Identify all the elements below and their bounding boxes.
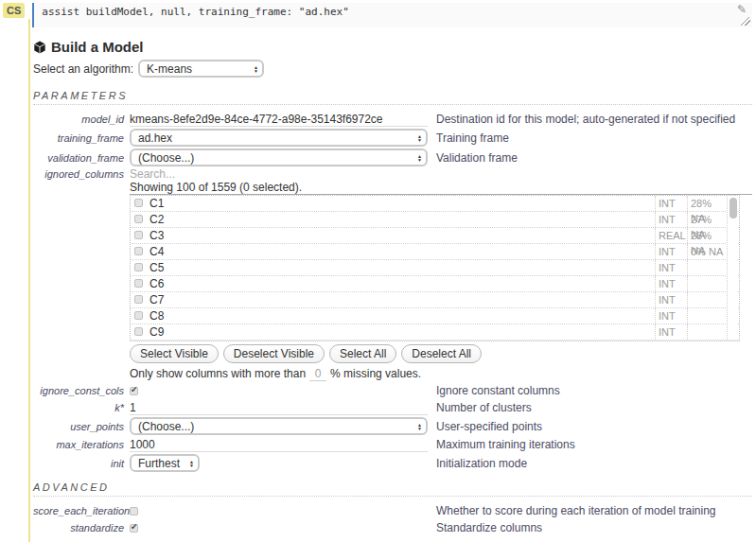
init-select[interactable]: Furthest ▲▼ bbox=[130, 454, 200, 472]
column-na-percent bbox=[687, 292, 727, 307]
column-na-percent: 28% NA bbox=[687, 228, 727, 243]
filter-suffix: % missing values. bbox=[330, 367, 421, 380]
model-id-label: model_id bbox=[33, 114, 130, 125]
deselect-all-button[interactable]: Deselect All bbox=[401, 344, 482, 363]
selection-buttons: Select VisibleDeselect VisibleSelect All… bbox=[130, 344, 752, 363]
ignore-const-cols-row: ignore_const_cols Ignore constant column… bbox=[33, 383, 752, 398]
column-checkbox[interactable] bbox=[134, 199, 143, 207]
standardize-checkbox[interactable] bbox=[130, 524, 138, 533]
model-id-input[interactable]: kmeans-8efe2d9e-84ce-4772-a98e-35143f697… bbox=[130, 113, 428, 127]
user-points-label: user_points bbox=[33, 421, 130, 432]
column-name: C5 bbox=[143, 260, 655, 275]
column-checkbox[interactable] bbox=[134, 295, 143, 304]
column-name: C1 bbox=[143, 196, 655, 211]
column-na-percent bbox=[687, 308, 727, 323]
max-iterations-description: Maximum training iterations bbox=[436, 438, 575, 451]
column-search-input[interactable]: Search... bbox=[130, 168, 752, 181]
code-cell[interactable]: assist buildModel, null, training_frame:… bbox=[32, 3, 752, 27]
user-points-select[interactable]: (Choose...) ▲▼ bbox=[130, 417, 428, 435]
select-visible-button[interactable]: Select Visible bbox=[130, 344, 219, 363]
filter-prefix: Only show columns with more than bbox=[130, 367, 306, 380]
column-na-percent: 27% NA bbox=[687, 212, 727, 227]
validation-frame-row: validation_frame (Choose...) ▲▼ Validati… bbox=[33, 149, 752, 166]
column-list[interactable]: C1 INT 28% NA C2 INT 27% NA C3 REAL 28% … bbox=[130, 195, 740, 341]
resize-grip-icon[interactable] bbox=[741, 17, 750, 26]
init-row: init Furthest ▲▼ Initialization mode bbox=[33, 454, 752, 472]
select-arrows-icon: ▲▼ bbox=[189, 460, 194, 467]
column-type: INT bbox=[655, 341, 687, 341]
missing-filter-row: Only show columns with more than 0 % mis… bbox=[130, 367, 752, 381]
column-type: INT bbox=[655, 212, 687, 227]
column-checkbox[interactable] bbox=[134, 327, 143, 336]
k-label: k* bbox=[33, 402, 130, 413]
select-arrows-icon: ▲▼ bbox=[417, 423, 422, 430]
missing-percent-input[interactable]: 0 bbox=[309, 367, 326, 381]
column-row[interactable]: C8 INT bbox=[131, 308, 739, 324]
flow-notebook: CS assist buildModel, null, training_fra… bbox=[0, 0, 756, 542]
validation-frame-select[interactable]: (Choose...) ▲▼ bbox=[130, 149, 428, 166]
column-na-percent: 0% NA bbox=[687, 244, 727, 259]
validation-frame-description: Validation frame bbox=[436, 151, 518, 165]
max-iterations-row: max_iterations 1000 Maximum training ite… bbox=[33, 437, 752, 452]
score-each-iteration-description: Whether to score during each iteration o… bbox=[436, 504, 716, 517]
column-row[interactable]: C3 REAL 28% NA bbox=[131, 228, 739, 244]
column-checkbox[interactable] bbox=[134, 311, 143, 320]
column-type: INT bbox=[655, 308, 687, 323]
section-parameters: PARAMETERS bbox=[33, 90, 752, 105]
ignore-const-cols-label: ignore_const_cols bbox=[33, 385, 130, 396]
column-na-percent bbox=[687, 341, 727, 341]
cell-type-badge[interactable]: CS bbox=[3, 3, 25, 18]
column-name: C10 bbox=[143, 341, 655, 341]
column-name: C3 bbox=[143, 228, 655, 243]
notebook-cell: CS assist buildModel, null, training_fra… bbox=[0, 0, 756, 30]
training-frame-select[interactable]: ad.hex ▲▼ bbox=[130, 129, 428, 147]
column-row[interactable]: C4 INT 0% NA bbox=[131, 244, 739, 260]
column-checkbox[interactable] bbox=[134, 263, 143, 271]
select-arrows-icon: ▲▼ bbox=[417, 154, 422, 162]
column-type: REAL bbox=[655, 228, 687, 243]
column-row[interactable]: C5 INT bbox=[131, 260, 739, 276]
section-advanced: ADVANCED bbox=[33, 481, 752, 497]
score-each-iteration-checkbox[interactable] bbox=[130, 507, 138, 516]
build-model-form: Build a Model Select an algorithm: K-mea… bbox=[33, 39, 756, 542]
init-description: Initialization mode bbox=[436, 457, 527, 470]
max-iterations-input[interactable]: 1000 bbox=[130, 438, 428, 452]
k-input[interactable]: 1 bbox=[130, 401, 428, 415]
model-id-description: Destination id for this model; auto-gene… bbox=[436, 113, 735, 126]
column-na-percent: 28% NA bbox=[687, 196, 727, 211]
column-type: INT bbox=[655, 244, 687, 259]
algorithm-label: Select an algorithm: bbox=[33, 62, 133, 76]
column-checkbox[interactable] bbox=[134, 247, 143, 255]
pencil-icon[interactable]: ✎ bbox=[737, 3, 747, 16]
column-checkbox[interactable] bbox=[134, 279, 143, 288]
column-name: C7 bbox=[143, 292, 655, 307]
page-title: Build a Model bbox=[33, 39, 752, 55]
column-checkbox[interactable] bbox=[134, 231, 143, 239]
model-id-row: model_id kmeans-8efe2d9e-84ce-4772-a98e-… bbox=[33, 112, 752, 127]
code-input[interactable]: assist buildModel, null, training_frame:… bbox=[42, 6, 735, 18]
column-row[interactable]: C6 INT bbox=[131, 276, 739, 292]
column-na-percent bbox=[687, 276, 727, 291]
ignored-columns-label: ignored_columns bbox=[33, 168, 130, 180]
column-row[interactable]: C1 INT 28% NA bbox=[131, 196, 739, 212]
column-summary: Showing 100 of 1559 (0 selected). bbox=[130, 181, 752, 195]
deselect-visible-button[interactable]: Deselect Visible bbox=[223, 344, 325, 363]
column-type: INT bbox=[655, 292, 687, 307]
column-type: INT bbox=[655, 324, 687, 340]
column-na-percent bbox=[687, 324, 727, 340]
algorithm-select[interactable]: K-means ▲▼ bbox=[138, 60, 264, 78]
column-row[interactable]: C7 INT bbox=[131, 292, 739, 308]
active-cell-marker bbox=[28, 19, 30, 542]
column-row[interactable]: C2 INT 27% NA bbox=[131, 212, 739, 228]
select-arrows-icon: ▲▼ bbox=[254, 65, 258, 73]
column-row[interactable]: C10 INT bbox=[131, 341, 739, 341]
column-row[interactable]: C9 INT bbox=[131, 324, 739, 341]
select-all-button[interactable]: Select All bbox=[329, 344, 396, 363]
column-checkbox[interactable] bbox=[134, 215, 143, 223]
ignore-const-cols-checkbox[interactable] bbox=[130, 387, 138, 395]
scrollbar-thumb[interactable] bbox=[730, 198, 737, 219]
scrollbar[interactable] bbox=[727, 197, 738, 340]
column-name: C9 bbox=[143, 324, 655, 340]
score-each-iteration-row: score_each_iteration Whether to score du… bbox=[33, 503, 752, 518]
column-type: INT bbox=[655, 196, 687, 211]
